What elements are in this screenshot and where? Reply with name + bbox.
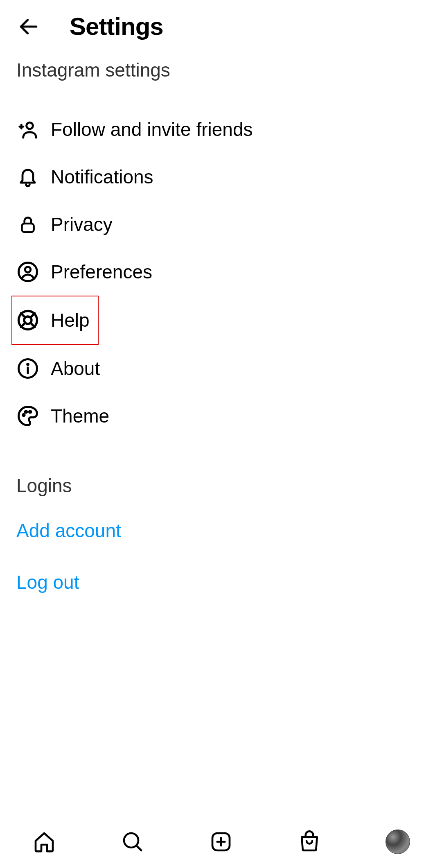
svg-point-16 (23, 414, 25, 416)
menu-label: Theme (51, 405, 109, 427)
menu-label: Notifications (51, 166, 153, 188)
nav-profile[interactable] (385, 829, 411, 855)
header: Settings (0, 0, 442, 49)
info-icon (16, 357, 39, 380)
svg-point-18 (29, 411, 31, 413)
link-label: Add account (16, 520, 426, 542)
menu-label: Follow and invite friends (51, 118, 253, 140)
nav-create[interactable] (208, 829, 234, 855)
palette-icon (16, 405, 39, 427)
menu-label: Privacy (51, 213, 113, 235)
add-person-icon (16, 118, 39, 141)
nav-home[interactable] (31, 829, 57, 855)
menu-item-help[interactable]: Help (11, 296, 99, 345)
svg-point-1 (27, 122, 33, 129)
svg-line-20 (136, 845, 141, 850)
menu-item-about[interactable]: About (0, 345, 442, 392)
home-icon (33, 830, 56, 853)
lifebuoy-icon (16, 309, 39, 332)
bell-icon (16, 165, 39, 188)
menu-item-theme[interactable]: Theme (0, 392, 442, 440)
svg-rect-4 (22, 224, 34, 232)
menu-item-follow-invite[interactable]: Follow and invite friends (0, 106, 442, 153)
page-title: Settings (70, 12, 163, 41)
menu-label: Preferences (51, 261, 152, 283)
settings-menu: Follow and invite friends Notifications … (0, 89, 442, 440)
nav-search[interactable] (120, 829, 146, 855)
svg-point-15 (27, 364, 29, 365)
add-account-link[interactable]: Add account (0, 505, 442, 556)
svg-line-9 (21, 313, 25, 317)
link-label: Log out (16, 571, 426, 593)
shop-icon (298, 830, 321, 853)
svg-line-11 (31, 313, 35, 317)
menu-item-notifications[interactable]: Notifications (0, 153, 442, 201)
svg-line-10 (31, 323, 35, 327)
section-title-instagram-settings: Instagram settings (0, 49, 442, 89)
bottom-navigation (0, 815, 442, 868)
menu-label: Help (51, 309, 90, 331)
person-circle-icon (16, 260, 39, 283)
nav-shop[interactable] (296, 829, 322, 855)
back-button[interactable] (16, 14, 41, 39)
menu-label: About (51, 357, 100, 380)
back-arrow-icon (17, 15, 40, 38)
svg-point-17 (25, 411, 27, 413)
avatar-icon (386, 830, 410, 854)
search-icon (121, 830, 144, 853)
svg-point-6 (25, 267, 31, 273)
lock-icon (16, 213, 39, 236)
menu-item-preferences[interactable]: Preferences (0, 248, 442, 296)
menu-item-privacy[interactable]: Privacy (0, 201, 442, 248)
logins-section: Logins Add account Log out (0, 440, 442, 608)
log-out-link[interactable]: Log out (0, 556, 442, 608)
section-title-logins: Logins (0, 464, 442, 505)
plus-square-icon (210, 830, 232, 853)
svg-line-12 (21, 323, 25, 327)
